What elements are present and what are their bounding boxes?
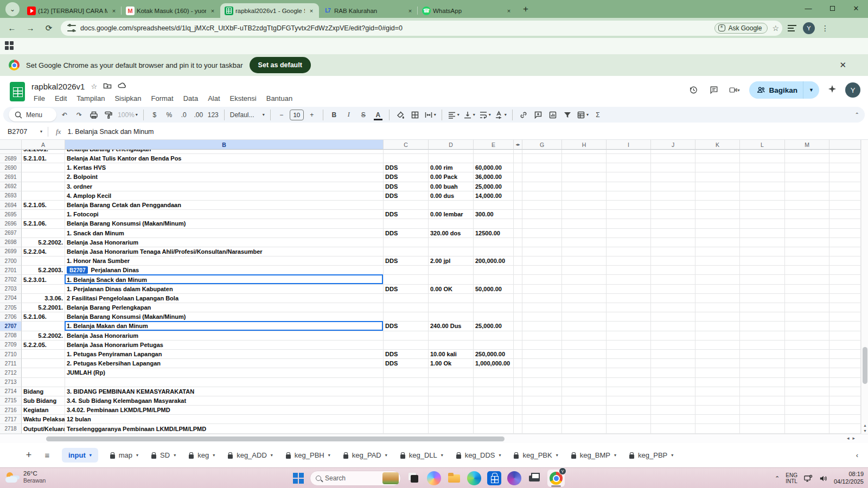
cell-hidden[interactable]	[514, 378, 522, 387]
cell-k[interactable]	[695, 331, 740, 341]
cell-l[interactable]	[740, 182, 785, 191]
filter-button[interactable]	[561, 108, 574, 121]
row-number[interactable]: 2712	[0, 368, 22, 377]
cell-h[interactable]	[562, 182, 607, 191]
file-explorer-button[interactable]	[447, 471, 461, 485]
cell-a[interactable]	[22, 191, 65, 201]
cell-x[interactable]	[829, 396, 861, 406]
cell-x[interactable]	[829, 229, 861, 238]
insert-chart-button[interactable]	[546, 108, 559, 121]
cell-e[interactable]	[474, 303, 514, 312]
cell-d[interactable]	[429, 406, 474, 415]
cell-e[interactable]: 36,000.00	[474, 172, 514, 182]
cell-x[interactable]	[829, 191, 861, 201]
cell-l[interactable]	[740, 378, 785, 387]
cell-a[interactable]: Bidang	[22, 387, 65, 396]
cell-j[interactable]	[651, 396, 695, 406]
cell-x[interactable]	[829, 331, 861, 341]
cell-g[interactable]	[522, 201, 562, 210]
cell-c[interactable]: DDS	[384, 350, 429, 359]
sheet-tab-input[interactable]: input ▾	[62, 448, 98, 463]
cell-hidden[interactable]	[514, 406, 522, 415]
new-tab-button[interactable]: +	[519, 2, 533, 16]
sheet-tab-keg[interactable]: keg▾	[183, 448, 220, 463]
row-number[interactable]: 2710	[0, 350, 22, 359]
cell-d[interactable]	[429, 341, 474, 350]
cell-d[interactable]: 320.00 dos	[429, 229, 474, 238]
cell-g[interactable]	[522, 322, 562, 331]
row-number[interactable]: 2696	[0, 219, 22, 228]
cell-k[interactable]	[695, 150, 740, 154]
cell-g[interactable]	[522, 275, 562, 284]
cell-a[interactable]: 5.2.1.06.	[22, 219, 65, 228]
cell-b[interactable]: 2 Fasilitasi Pengelolaan Lapangan Bola	[65, 294, 384, 303]
cell-i[interactable]	[607, 322, 651, 331]
cell-b[interactable]: 3.4. Sub Bidang Kelembagaan Masyarakat	[65, 396, 384, 406]
bookmark-star-icon[interactable]: ☆	[772, 24, 779, 33]
cell-l[interactable]	[740, 229, 785, 238]
sheet-tabs-scroll-left-icon[interactable]: ‹	[856, 451, 858, 459]
cell-hidden[interactable]	[514, 341, 522, 350]
font-size-input[interactable]: 10	[290, 110, 304, 120]
cell-m[interactable]	[785, 163, 829, 172]
cell-l[interactable]	[740, 322, 785, 331]
column-header-H[interactable]: H	[562, 140, 607, 150]
cell-x[interactable]	[829, 150, 861, 154]
cell-l[interactable]	[740, 303, 785, 312]
cell-g[interactable]	[522, 154, 562, 163]
cell-j[interactable]	[651, 341, 695, 350]
cell-l[interactable]	[740, 294, 785, 303]
cell-j[interactable]	[651, 378, 695, 387]
cell-a[interactable]	[22, 182, 65, 191]
cell-c[interactable]	[384, 154, 429, 163]
row-number[interactable]: 2692	[0, 182, 22, 191]
cell-l[interactable]	[740, 191, 785, 201]
cell-i[interactable]	[607, 229, 651, 238]
cell-i[interactable]	[607, 182, 651, 191]
cell-b[interactable]: 4. Amplop Kecil	[65, 191, 384, 201]
cell-c[interactable]	[384, 424, 429, 433]
cell-b[interactable]: 1. Honor Nara Sumber	[65, 256, 384, 266]
text-color-button[interactable]: A	[372, 108, 385, 121]
cell-i[interactable]	[607, 256, 651, 266]
horizontal-align-button[interactable]: ▾	[446, 108, 461, 121]
cell-d[interactable]: 10.00 kali	[429, 350, 474, 359]
column-header-A[interactable]: A	[22, 140, 65, 150]
cell-hidden[interactable]	[514, 229, 522, 238]
cell-x[interactable]	[829, 415, 861, 424]
sheet-tab-map[interactable]: map▾	[105, 448, 144, 463]
name-box[interactable]: B2707 ▾	[0, 128, 48, 136]
cell-j[interactable]	[651, 424, 695, 433]
cell-b[interactable]: 12 bulan	[65, 415, 384, 424]
cell-a[interactable]: 5.2.2001.	[22, 150, 65, 154]
cell-b[interactable]: 1. Kertas HVS	[65, 163, 384, 172]
cell-d[interactable]	[429, 275, 474, 284]
cell-b[interactable]: 3. BIDANG PEMBINAAN KEMASYARAKATAN	[65, 387, 384, 396]
cell-m[interactable]	[785, 256, 829, 266]
cell-k[interactable]	[695, 406, 740, 415]
cell-l[interactable]	[740, 406, 785, 415]
cell-m[interactable]	[785, 415, 829, 424]
cell-hidden[interactable]	[514, 322, 522, 331]
cell-c[interactable]: DDS	[384, 256, 429, 266]
cell-e[interactable]: 25,000.00	[474, 322, 514, 331]
cell-k[interactable]	[695, 275, 740, 284]
cell-x[interactable]	[829, 172, 861, 182]
cell-k[interactable]	[695, 266, 740, 275]
language-indicator[interactable]: ENGINTL	[786, 472, 797, 485]
cell-k[interactable]	[695, 378, 740, 387]
row-number[interactable]: 2717	[0, 415, 22, 424]
cell-e[interactable]	[474, 247, 514, 256]
cell-hidden[interactable]	[514, 275, 522, 284]
cell-g[interactable]	[522, 303, 562, 312]
cell-e[interactable]	[474, 294, 514, 303]
cell-i[interactable]	[607, 150, 651, 154]
cell-a[interactable]: Output/Keluaran	[22, 424, 65, 433]
row-number[interactable]: 2715	[0, 396, 22, 406]
window-close-button[interactable]: ✕	[844, 0, 868, 16]
cell-d[interactable]	[429, 312, 474, 322]
cell-e[interactable]: 300.00	[474, 210, 514, 219]
cell-i[interactable]	[607, 219, 651, 228]
add-sheet-button[interactable]: +	[22, 450, 36, 461]
cell-a[interactable]: Sub Bidang	[22, 396, 65, 406]
